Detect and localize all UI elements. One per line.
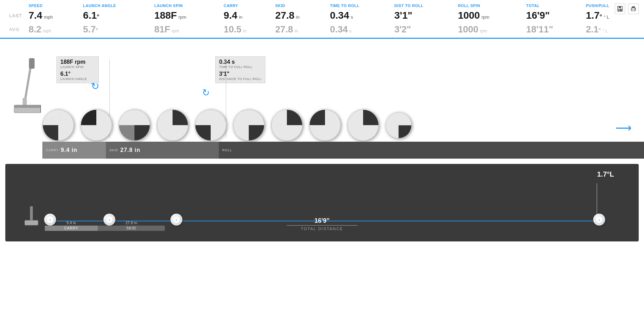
golf-ball-5 [195, 109, 227, 141]
col-skid: SKID [273, 3, 328, 8]
overhead-skid-label: SKID [98, 226, 165, 231]
total-distance-val: 16'9" [287, 217, 357, 225]
last-speed: 7.4 mph [26, 8, 81, 23]
overhead-view: 1.7°L ● ● [5, 164, 639, 241]
ball-animation-section: 188F rpm LAUNCH SPIN 6.1° LAUNCH ANGLE 0… [0, 39, 644, 159]
avg-dist-to-roll: 3'2" [392, 23, 456, 36]
avg-roll-spin: 1000 rpm [456, 23, 524, 36]
overhead-ball-3: ● [170, 214, 182, 226]
print-button[interactable] [628, 4, 639, 14]
last-skid: 27.8 in [273, 8, 328, 23]
overhead-carry-val: 9.4 in [67, 221, 76, 225]
last-time-to-roll: 0.34 s [328, 8, 392, 23]
launch-spin-val: 188F rpm [60, 59, 95, 65]
launch-angle-val: 6.1° [60, 71, 95, 77]
balls-container [42, 109, 600, 141]
overhead-carry-col: 9.4 in CARRY [45, 221, 98, 231]
launch-info-box: 188F rpm LAUNCH SPIN 6.1° LAUNCH ANGLE [56, 56, 99, 83]
launch-spin-label: LAUNCH SPIN [60, 65, 95, 69]
svg-point-7 [634, 8, 635, 9]
stats-header: SPEED LAUNCH ANGLE LAUNCH SPIN CARRY SKI… [0, 0, 644, 39]
carry-segment: CARRY 9.4 in [42, 142, 106, 159]
total-distance-label: TOTAL DISTANCE [287, 225, 357, 231]
skid-value: 27.8 in [120, 147, 140, 153]
overhead-skid-col: 27.8 in SKID [98, 221, 165, 231]
avg-row: AVG 8.2 mph 5.7° 81F rpm 10.5 in [7, 23, 637, 36]
col-time-to-roll: TIME TO ROLL [328, 3, 392, 8]
col-dist-to-roll: DIST TO ROLL [392, 3, 456, 8]
overhead-carry-label: CARRY [45, 226, 98, 231]
golf-ball-2 [80, 109, 112, 141]
last-dist-to-roll: 3'1" [392, 8, 456, 23]
svg-text:●: ● [598, 219, 600, 221]
launch-angle-label: LAUNCH ANGLE [60, 77, 95, 81]
avg-launch-angle: 5.7° [81, 23, 152, 36]
roll-info-box: 0.34 s TIME TO FULL ROLL 3'1" DISTANCE T… [215, 56, 265, 83]
skid-label: SKID [109, 148, 118, 152]
total-distance-container: 16'9" TOTAL DISTANCE [287, 217, 357, 231]
spin-arrow-roll-icon: ↻ [201, 87, 210, 99]
last-launch-spin: 188F rpm [152, 8, 221, 23]
col-speed: SPEED [26, 3, 81, 8]
golf-ball-1 [42, 109, 74, 141]
avg-carry: 10.5 in [222, 23, 273, 36]
overhead-seg-labels: 9.4 in CARRY 27.8 in SKID [45, 221, 165, 231]
col-launch-angle: LAUNCH ANGLE [81, 3, 152, 8]
col-carry: CARRY [222, 3, 273, 8]
last-total: 16'9" [524, 8, 584, 23]
top-icons-area [615, 4, 639, 14]
col-total: TOTAL [524, 3, 584, 8]
svg-rect-40 [25, 220, 38, 225]
carry-value: 9.4 in [61, 147, 77, 153]
direction-arrow-icon: ⟶ [615, 121, 632, 135]
golf-ball-3 [119, 109, 150, 141]
svg-rect-1 [619, 6, 621, 8]
svg-rect-5 [632, 9, 635, 11]
svg-rect-12 [14, 105, 41, 108]
last-carry: 9.4 in [222, 8, 273, 23]
golf-ball-8 [309, 109, 341, 141]
last-row: LAST 7.4 mph 6.1° 188F rpm 9.4 in [7, 8, 637, 23]
avg-label: AVG [7, 23, 26, 36]
avg-skid: 27.8 in [273, 23, 328, 36]
last-label: LAST [7, 8, 26, 23]
golf-ball-7 [271, 109, 303, 141]
distance-bar: CARRY 9.4 in SKID 27.8 in ROLL [42, 142, 644, 159]
svg-text:●: ● [176, 219, 177, 221]
save-button[interactable] [615, 4, 625, 14]
svg-rect-6 [632, 6, 635, 8]
overhead-skid-val: 27.8 in [125, 221, 137, 225]
last-launch-angle: 6.1° [81, 8, 152, 23]
skid-segment: SKID 27.8 in [106, 142, 219, 159]
golf-ball-4 [157, 109, 188, 141]
avg-launch-spin: 81F rpm [152, 23, 221, 36]
roll-segment: ROLL [219, 142, 644, 159]
avg-push-pull: 2.1° ° L [584, 23, 637, 36]
avg-time-to-roll: 0.34 s [328, 23, 392, 36]
last-roll-spin: 1000 rpm [456, 8, 524, 23]
svg-rect-9 [29, 58, 35, 69]
push-pull-display: 1.7°L [597, 170, 614, 178]
golf-ball-9 [347, 109, 379, 141]
roll-label: ROLL [222, 148, 232, 152]
avg-speed: 8.2 mph [26, 23, 81, 36]
golf-ball-10 [385, 112, 412, 139]
carry-label: CARRY [46, 148, 59, 152]
avg-total: 18'11" [524, 23, 584, 36]
svg-rect-3 [619, 9, 620, 11]
stats-table: SPEED LAUNCH ANGLE LAUNCH SPIN CARRY SKI… [7, 3, 637, 36]
svg-rect-39 [30, 206, 33, 220]
col-launch-spin: LAUNCH SPIN [152, 3, 221, 8]
overhead-ball-final: ● [593, 214, 605, 226]
golf-ball-6 [233, 109, 265, 141]
col-roll-spin: ROLL SPIN [456, 3, 524, 8]
overhead-putter [23, 205, 42, 228]
